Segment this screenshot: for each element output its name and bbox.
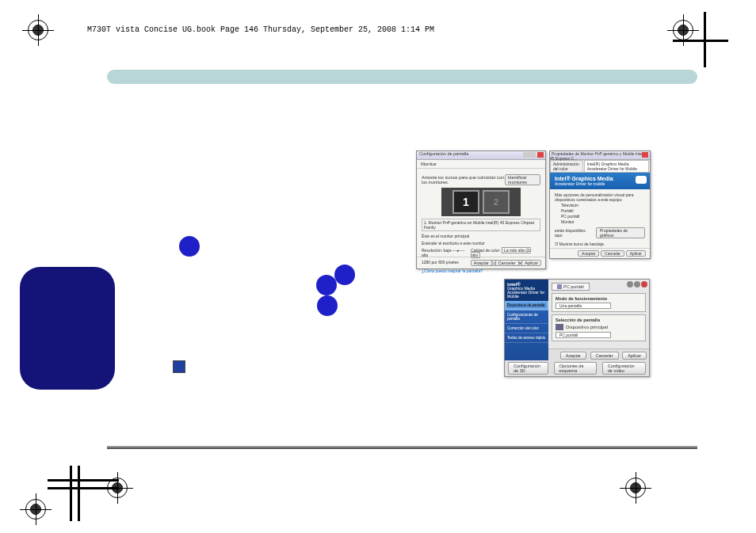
props-here-label: están disponibles aquí (555, 228, 593, 238)
tray-icon-checkbox[interactable]: ☑ Mostrar icono de bandeja (555, 242, 604, 246)
crop-mark-br (673, 478, 712, 517)
footer-rule (107, 446, 697, 449)
ok-button[interactable]: Aceptar (560, 352, 586, 360)
primary-device-label: Dispositivo principal (566, 325, 608, 329)
crop-mark-tl (28, 20, 67, 59)
display-selection-group: Selección de pantalla Dispositivo princi… (552, 314, 646, 341)
tab-intel-gma[interactable]: Intel(R) Graphics Media Accelerator Driv… (584, 160, 649, 172)
callout-2 (316, 275, 337, 295)
intel-banner: Intel® Graphics Media Accelerator Driver… (550, 173, 650, 189)
callout-4 (317, 295, 338, 316)
ok-button[interactable]: Aceptar (578, 250, 599, 257)
help-link[interactable]: ¿Cómo puedo mejorar la pantalla? (422, 268, 540, 273)
screenshot-intel-driver-tab: Propiedades de Monitor PnP genérico y Mo… (549, 150, 651, 259)
operating-mode-title: Modo de funcionamiento (556, 296, 642, 301)
close-button[interactable] (642, 152, 648, 158)
cancel-button[interactable]: Cancelar (601, 250, 624, 257)
device-icon (556, 324, 563, 330)
3d-config-button[interactable]: Configuración de 3D (508, 362, 548, 375)
nav-display-devices[interactable]: Dispositivos de pantalla (505, 301, 548, 310)
callout-1 (179, 236, 200, 257)
identify-monitors-button[interactable]: Identificar monitores (505, 174, 540, 185)
tab-pc-portatil[interactable]: PC portátil (552, 283, 590, 291)
tab-color-management[interactable]: Administración del color (550, 160, 583, 172)
page-header: M730T vista Concise UG.book Page 146 Thu… (87, 25, 434, 34)
graphics-properties-button[interactable]: Propiedades de gráficos (596, 227, 645, 238)
window-titlebar: Configuración de pantalla (417, 151, 545, 160)
crop-frame-bl (48, 462, 111, 521)
sidebar-header: intel® Graphics Media Accelerator Driver… (505, 280, 548, 301)
minmax-buttons[interactable] (523, 152, 536, 158)
primary-device-dropdown[interactable]: PC portátil (556, 332, 611, 338)
device-monitor: Monitor (561, 219, 645, 224)
cancel-button[interactable]: Cancelar (495, 260, 519, 266)
crop-frame-tr (673, 12, 728, 71)
device-dropdown[interactable]: 1. Monitor PnP genérico en Mobile Intel(… (422, 219, 540, 231)
banner-line2: Accelerator Driver for mobile (555, 182, 645, 187)
drag-instruction: Arrastre los iconos para que coincidan c… (422, 175, 505, 185)
monitor1[interactable]: 1 (452, 190, 479, 214)
operating-mode-group: Modo de funcionamiento Una pantalla (552, 293, 646, 312)
close-button[interactable] (537, 152, 544, 158)
video-config-button[interactable]: Configuración de vídeo (602, 362, 646, 375)
title-banner (107, 70, 697, 84)
tab-monitor[interactable]: Monitor (417, 160, 545, 169)
extend-desktop-checkbox[interactable]: Extender el escritorio a este monitor (422, 241, 485, 246)
intel-badge-icon (636, 176, 647, 184)
nav-hotkeys[interactable]: Teclas de acceso rápido (505, 333, 548, 343)
device-tv: Televisión (561, 203, 645, 207)
body-intro: Más opciones de personalización visual p… (555, 192, 645, 202)
screenshot-intel-control-panel: intel® Graphics Media Accelerator Driver… (504, 279, 650, 377)
monitor2[interactable]: 2 (483, 190, 510, 214)
cancel-button[interactable]: Cancelar (590, 352, 619, 360)
callout-3 (334, 265, 355, 285)
scheme-options-button[interactable]: Opciones de esquema (554, 362, 597, 375)
window-title: Propiedades de Monitor PnP genérico y Mo… (550, 151, 648, 161)
monitor-arrangement[interactable]: 1 2 (441, 188, 521, 216)
side-note-box (20, 267, 115, 390)
nav-display-settings[interactable]: Configuraciones de pantalla (505, 310, 548, 324)
display-selection-title: Selección de pantalla (556, 318, 642, 322)
monitor-icon (173, 360, 185, 373)
apply-button[interactable]: Aplicar (622, 352, 647, 360)
apply-button[interactable]: Aplicar (521, 260, 541, 266)
ok-button[interactable]: Aceptar (471, 260, 492, 266)
mode-dropdown[interactable]: Una pantalla (556, 303, 611, 309)
monitor-icon (557, 284, 562, 289)
device-notebook: PC portátil (561, 214, 645, 219)
apply-button[interactable]: Aplicar (626, 250, 646, 257)
main-monitor-checkbox[interactable]: Éste es el monitor principal (422, 234, 469, 238)
screenshot-display-settings: Configuración de pantalla Monitor Arrast… (416, 150, 546, 269)
nav-color-correction[interactable]: Corrección del color (505, 324, 548, 333)
window-titlebar: Propiedades de Monitor PnP genérico y Mo… (550, 151, 650, 160)
window-title: Configuración de pantalla (417, 151, 468, 156)
device-laptop: Portátil (561, 208, 645, 213)
